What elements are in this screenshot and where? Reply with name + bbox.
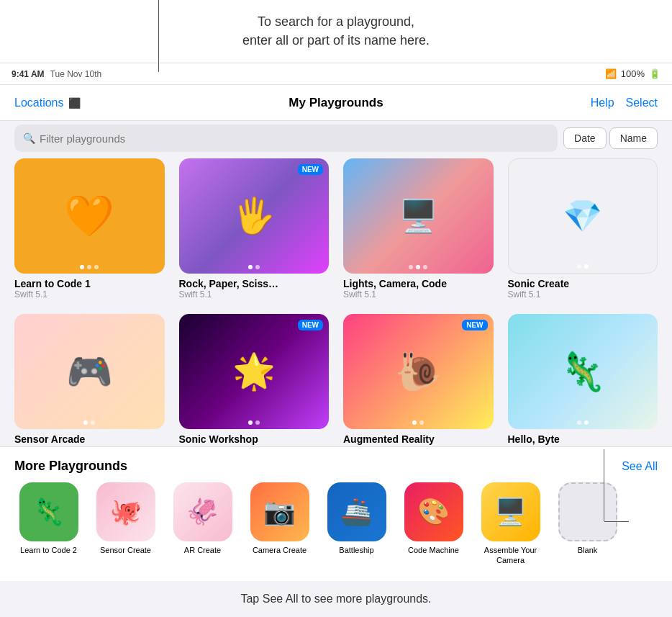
status-right-icons: 📶 100% 🔋 xyxy=(605,68,660,79)
card-augmented-reality[interactable]: 🐌 NEW Augmented Reality Swift 5.1 xyxy=(343,314,494,455)
tooltip-line2: enter all or part of its name here. xyxy=(242,33,430,48)
more-header: More Playgrounds See All xyxy=(14,459,658,474)
bottom-tooltip-text: Tap See All to see more playgrounds. xyxy=(240,593,431,605)
card-hello-byte[interactable]: 🦎 Hello, Byte Swift 5.1 xyxy=(508,314,658,455)
search-input-wrap[interactable]: 🔍 xyxy=(14,125,558,152)
mini-card-sensor-create[interactable]: 🐙 Sensor Create xyxy=(91,482,160,555)
mini-label-learn-to-code-2: Learn to Code 2 xyxy=(20,545,77,555)
card-sub-lcc: Swift 5.1 xyxy=(343,289,494,300)
card-sub-rps: Swift 5.1 xyxy=(179,289,330,300)
search-icon: 🔍 xyxy=(23,132,35,144)
card-title-ar: Augmented Reality xyxy=(343,433,494,445)
select-button[interactable]: Select xyxy=(626,96,658,109)
card-title-sc: Sonic Create xyxy=(508,278,658,289)
mini-card-assemble-camera[interactable]: 🖥️ Assemble Your Camera xyxy=(476,482,545,566)
mini-label-blank: Blank xyxy=(578,545,598,555)
mini-label-assemble-camera: Assemble Your Camera xyxy=(476,545,545,566)
mini-card-learn-to-code-2[interactable]: 🦎 Learn to Code 2 xyxy=(14,482,83,555)
more-playgrounds-section: More Playgrounds See All 🦎 Learn to Code… xyxy=(0,446,672,581)
mini-thumb-ar-create: 🦑 xyxy=(173,482,232,541)
see-all-callout-line xyxy=(604,449,604,521)
thumb-rock-paper-scissors: 🖐️ NEW xyxy=(179,158,330,274)
new-window-icon: ⬛ xyxy=(68,97,81,109)
thumb-sonic-workshop: 🌟 NEW xyxy=(179,314,330,429)
mini-label-sensor-create: Sensor Create xyxy=(100,545,151,555)
thumb-sonic-create: 💎 xyxy=(508,158,658,274)
card-sub-sc: Swift 5.1 xyxy=(508,289,658,300)
new-badge-ar: NEW xyxy=(462,320,487,330)
card-title-hb: Hello, Byte xyxy=(508,433,658,445)
battery-label: 100% xyxy=(621,68,645,79)
mini-thumb-blank xyxy=(558,482,617,541)
thumb-hello-byte: 🦎 xyxy=(508,314,658,429)
mini-thumb-code-machine: 🎨 xyxy=(404,482,463,541)
bottom-tooltip: Tap See All to see more playgrounds. xyxy=(0,581,672,617)
see-all-button[interactable]: See All xyxy=(622,460,658,473)
card-title-sw: Sonic Workshop xyxy=(179,433,330,445)
card-sensor-arcade[interactable]: 🎮 Sensor Arcade Swift 5.1 xyxy=(14,314,165,455)
card-title-rps: Rock, Paper, Sciss… xyxy=(179,278,330,289)
new-badge-rps: NEW xyxy=(298,164,323,175)
mini-label-code-machine: Code Machine xyxy=(408,545,459,555)
status-bar: 9:41 AM Tue Nov 10th 📶 100% 🔋 xyxy=(0,63,672,85)
see-all-horiz-line xyxy=(604,521,629,522)
locations-button[interactable]: Locations ⬛ xyxy=(14,96,81,109)
mini-card-battleship[interactable]: 🚢 Battleship xyxy=(322,482,391,555)
more-title: More Playgrounds xyxy=(14,459,127,474)
mini-thumb-battleship: 🚢 xyxy=(327,482,386,541)
nav-bar: Locations ⬛ My Playgrounds Help Select xyxy=(0,85,672,121)
wifi-icon: 📶 xyxy=(605,68,617,79)
card-sonic-workshop[interactable]: 🌟 NEW Sonic Workshop Swift 5.1 xyxy=(179,314,330,455)
card-sonic-create[interactable]: 💎 Sonic Create Swift 5.1 xyxy=(508,158,658,300)
status-time: 9:41 AM xyxy=(12,69,45,79)
mini-grid: 🦎 Learn to Code 2 🐙 Sensor Create 🦑 AR C… xyxy=(14,482,658,566)
search-area: 🔍 Date Name xyxy=(14,121,658,156)
mini-card-code-machine[interactable]: 🎨 Code Machine xyxy=(399,482,468,555)
main-playground-grid: 🧡 Learn to Code 1 Swift 5.1 🖐️ NEW Rock,… xyxy=(14,158,658,455)
nav-title: My Playgrounds xyxy=(289,96,383,110)
thumb-sensor-arcade: 🎮 xyxy=(14,314,165,429)
thumb-learn-to-code-1: 🧡 xyxy=(14,158,165,274)
top-tooltip: To search for a playground, enter all or… xyxy=(0,0,672,63)
card-learn-to-code-1[interactable]: 🧡 Learn to Code 1 Swift 5.1 xyxy=(14,158,165,300)
new-badge-sw: NEW xyxy=(298,320,323,330)
callout-line-top xyxy=(158,0,159,72)
card-rock-paper-scissors[interactable]: 🖐️ NEW Rock, Paper, Sciss… Swift 5.1 xyxy=(179,158,330,300)
mini-thumb-assemble-camera: 🖥️ xyxy=(481,482,540,541)
mini-label-camera-create: Camera Create xyxy=(253,545,307,555)
sort-date-button[interactable]: Date xyxy=(563,127,607,149)
status-date: Tue Nov 10th xyxy=(50,69,102,79)
mini-card-camera-create[interactable]: 📷 Camera Create xyxy=(245,482,314,555)
thumb-lights-camera-code: 🖥️ xyxy=(343,158,494,274)
mini-thumb-camera-create: 📷 xyxy=(250,482,309,541)
card-title-sa: Sensor Arcade xyxy=(14,433,165,445)
mini-thumb-sensor-create: 🐙 xyxy=(96,482,155,541)
card-lights-camera-code[interactable]: 🖥️ Lights, Camera, Code Swift 5.1 xyxy=(343,158,494,300)
search-input[interactable] xyxy=(40,132,549,145)
thumb-augmented-reality: 🐌 NEW xyxy=(343,314,494,429)
nav-right: Help Select xyxy=(591,96,658,109)
locations-label: Locations xyxy=(14,96,64,109)
tooltip-line1: To search for a playground, xyxy=(258,14,414,29)
mini-label-ar-create: AR Create xyxy=(184,545,221,555)
card-sub-learn-to-code-1: Swift 5.1 xyxy=(14,289,165,300)
mini-card-blank[interactable]: Blank xyxy=(553,482,622,555)
card-title-learn-to-code-1: Learn to Code 1 xyxy=(14,278,165,289)
card-title-lcc: Lights, Camera, Code xyxy=(343,278,494,289)
sort-name-button[interactable]: Name xyxy=(609,127,658,149)
mini-thumb-learn-to-code-2: 🦎 xyxy=(19,482,78,541)
mini-label-battleship: Battleship xyxy=(339,545,373,555)
mini-card-ar-create[interactable]: 🦑 AR Create xyxy=(168,482,237,555)
battery-icon: 🔋 xyxy=(649,68,660,79)
help-button[interactable]: Help xyxy=(591,96,614,109)
sort-buttons: Date Name xyxy=(563,127,658,149)
